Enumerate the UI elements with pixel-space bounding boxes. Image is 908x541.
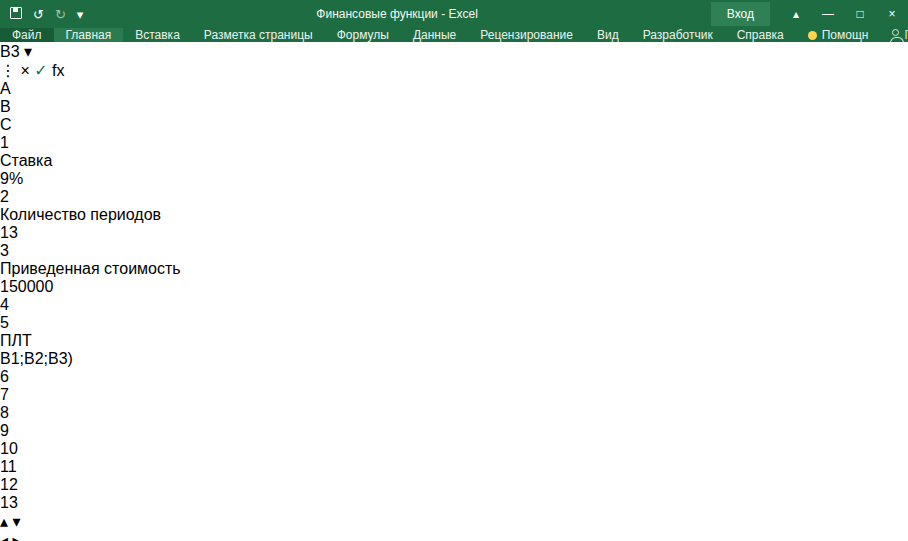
cell-A3[interactable]: Приведенная стоимость bbox=[0, 260, 908, 278]
tab-view[interactable]: Вид bbox=[585, 28, 631, 42]
next-sheet-icon[interactable]: ▸ bbox=[12, 532, 20, 541]
prev-sheet-icon[interactable]: ◂ bbox=[0, 532, 8, 541]
tab-review[interactable]: Рецензирование bbox=[468, 28, 585, 42]
row-header-6[interactable]: 6 bbox=[0, 368, 908, 386]
tab-tell-me[interactable]: Помощн bbox=[796, 28, 881, 42]
signin-button[interactable]: Вход bbox=[711, 2, 770, 26]
title-bar: ↺ ↻ ▾ Финансовые функции - Excel Вход ▴ … bbox=[0, 0, 908, 28]
row-header-9[interactable]: 9 bbox=[0, 422, 908, 440]
insert-function-button[interactable]: fx bbox=[52, 62, 64, 79]
row-header-1[interactable]: 1 bbox=[0, 134, 908, 152]
cell-A2[interactable]: Количество периодов bbox=[0, 206, 908, 224]
close-button[interactable]: × bbox=[876, 0, 908, 28]
formula-bar: B3 ▾ ⋮ × ✓ fx bbox=[0, 42, 908, 80]
worksheet-grid: A B C 1Ставка9% 2Количество периодов13 3… bbox=[0, 80, 908, 531]
cell-B1[interactable]: 9% bbox=[0, 170, 908, 188]
row-header-10[interactable]: 10 bbox=[0, 440, 908, 458]
cell-B5-editing[interactable]: B1;B2;B3) bbox=[0, 350, 908, 368]
save-icon[interactable] bbox=[10, 7, 22, 21]
ribbon-options-icon[interactable]: ▴ bbox=[780, 0, 812, 28]
cell-A5[interactable]: ПЛТ bbox=[0, 332, 908, 350]
excel-window: ↺ ↻ ▾ Финансовые функции - Excel Вход ▴ … bbox=[0, 0, 908, 541]
vertical-scrollbar[interactable]: ▴ ▾ bbox=[0, 512, 908, 531]
minimize-button[interactable]: — bbox=[812, 0, 844, 28]
tab-data[interactable]: Данные bbox=[401, 28, 468, 42]
scroll-down-icon[interactable]: ▾ bbox=[12, 513, 20, 530]
row-header-11[interactable]: 11 bbox=[0, 458, 908, 476]
row-header-3[interactable]: 3 bbox=[0, 242, 908, 260]
namebox-resize-handle[interactable]: ⋮ bbox=[0, 62, 16, 79]
cell-A1[interactable]: Ставка bbox=[0, 152, 908, 170]
row-header-7[interactable]: 7 bbox=[0, 386, 908, 404]
column-header-a[interactable]: A bbox=[0, 80, 908, 98]
tab-page-layout[interactable]: Разметка страницы bbox=[192, 28, 325, 42]
window-title: Финансовые функции - Excel bbox=[83, 7, 711, 21]
window-controls: Вход ▴ — □ × bbox=[711, 0, 908, 28]
row-header-13[interactable]: 13 bbox=[0, 494, 908, 512]
maximize-button[interactable]: □ bbox=[844, 0, 876, 28]
tab-insert[interactable]: Вставка bbox=[123, 28, 192, 42]
tab-help[interactable]: Справка bbox=[725, 28, 796, 42]
name-box[interactable]: B3 ▾ bbox=[0, 42, 908, 61]
cancel-entry-button[interactable]: × bbox=[20, 62, 29, 79]
redo-icon[interactable]: ↻ bbox=[55, 8, 66, 21]
lightbulb-icon bbox=[808, 31, 817, 40]
ribbon-tab-row: Файл Главная Вставка Разметка страницы Ф… bbox=[0, 28, 908, 42]
cell-B2[interactable]: 13 bbox=[0, 224, 908, 242]
person-icon bbox=[892, 29, 899, 36]
scroll-up-icon[interactable]: ▴ bbox=[0, 513, 8, 530]
undo-icon[interactable]: ↺ bbox=[33, 8, 44, 21]
row-header-5[interactable]: 5 bbox=[0, 314, 908, 332]
tab-home[interactable]: Главная bbox=[54, 28, 124, 42]
floppy-icon bbox=[10, 7, 22, 19]
enter-entry-button[interactable]: ✓ bbox=[34, 62, 47, 79]
row-header-12[interactable]: 12 bbox=[0, 476, 908, 494]
tab-developer[interactable]: Разработчик bbox=[631, 28, 725, 42]
row-header-4[interactable]: 4 bbox=[0, 296, 908, 314]
sheet-tab-bar: ◂ ▸ microexcel.ru + bbox=[0, 531, 908, 541]
cell-B3-selected[interactable]: 150000 bbox=[0, 278, 908, 296]
name-box-caret-icon: ▾ bbox=[24, 43, 32, 60]
tab-formulas[interactable]: Формулы bbox=[325, 28, 401, 42]
column-header-b[interactable]: B bbox=[0, 98, 908, 116]
tell-me-label: Помощн bbox=[822, 28, 869, 42]
quick-access-toolbar: ↺ ↻ ▾ bbox=[10, 7, 83, 21]
column-headers: A B C bbox=[0, 80, 908, 134]
column-header-c[interactable]: C bbox=[0, 116, 908, 134]
row-header-8[interactable]: 8 bbox=[0, 404, 908, 422]
share-button[interactable]: Поделиться bbox=[880, 28, 908, 42]
tab-file[interactable]: Файл bbox=[0, 28, 54, 42]
share-label: Поделиться bbox=[904, 28, 908, 42]
name-box-value: B3 bbox=[0, 43, 20, 60]
row-header-2[interactable]: 2 bbox=[0, 188, 908, 206]
